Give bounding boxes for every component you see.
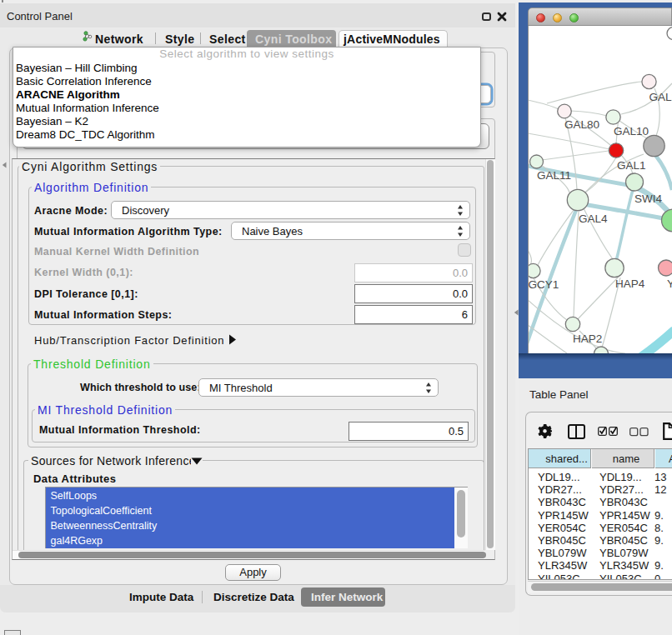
svg-text:GAL80: GAL80 bbox=[564, 118, 599, 131]
svg-text:HAP2: HAP2 bbox=[573, 332, 602, 345]
svg-text:Y: Y bbox=[667, 278, 672, 290]
svg-text:GAL1: GAL1 bbox=[617, 159, 646, 172]
svg-text:SWI4: SWI4 bbox=[634, 192, 662, 205]
svg-text:GAL4: GAL4 bbox=[579, 212, 608, 225]
svg-text:GCY1: GCY1 bbox=[529, 278, 559, 291]
svg-text:GAL2: GAL2 bbox=[649, 91, 672, 103]
svg-text:GAL10: GAL10 bbox=[614, 125, 649, 138]
svg-text:GAL11: GAL11 bbox=[537, 169, 571, 182]
svg-text:HAP4: HAP4 bbox=[615, 278, 645, 290]
